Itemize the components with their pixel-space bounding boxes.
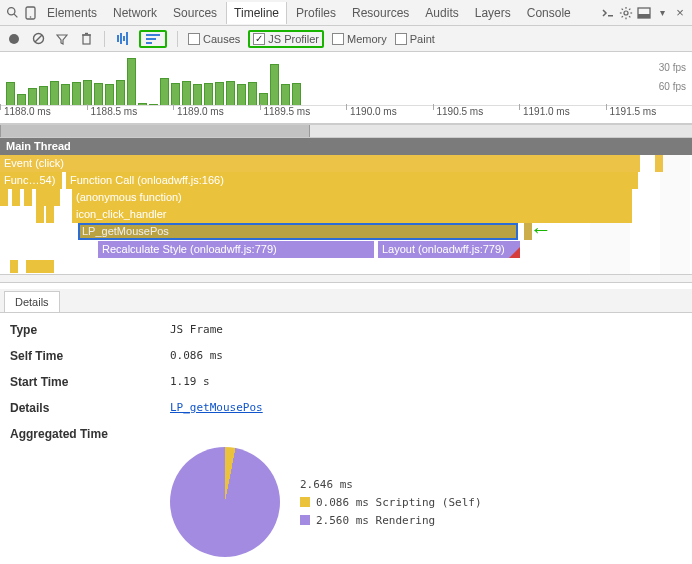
tab-console[interactable]: Console bbox=[520, 2, 578, 24]
flame-small[interactable] bbox=[36, 189, 60, 206]
drawer-icon[interactable] bbox=[600, 5, 616, 21]
flame-small[interactable] bbox=[36, 206, 44, 223]
svg-line-10 bbox=[622, 8, 623, 9]
svg-point-5 bbox=[624, 10, 628, 14]
trash-icon[interactable] bbox=[78, 31, 94, 47]
svg-rect-4 bbox=[608, 15, 613, 17]
legend-swatch-rendering bbox=[300, 515, 310, 525]
bars-view-icon[interactable] bbox=[115, 31, 131, 47]
tab-details[interactable]: Details bbox=[4, 291, 60, 312]
tab-sources[interactable]: Sources bbox=[166, 2, 224, 24]
legend-swatch-scripting bbox=[300, 497, 310, 507]
timeline-toolbar: Causes ✓JS Profiler Memory Paint bbox=[0, 26, 692, 52]
flame-chart[interactable]: Event (click) Func…54) Function Call (on… bbox=[0, 155, 692, 275]
flame-small[interactable] bbox=[12, 189, 20, 206]
flame-recalculate-style[interactable]: Recalculate Style (onloadwff.js:779) bbox=[98, 241, 374, 258]
js-profiler-checkbox[interactable]: ✓JS Profiler bbox=[248, 30, 324, 48]
svg-line-1 bbox=[14, 14, 17, 17]
label-start-time: Start Time bbox=[10, 375, 170, 389]
tab-audits[interactable]: Audits bbox=[418, 2, 465, 24]
flame-small[interactable] bbox=[24, 189, 32, 206]
filter-icon[interactable] bbox=[54, 31, 70, 47]
flame-event-click[interactable]: Event (click) bbox=[0, 155, 640, 172]
svg-rect-19 bbox=[83, 35, 90, 44]
close-icon[interactable]: × bbox=[672, 5, 688, 21]
label-self-time: Self Time bbox=[10, 349, 170, 363]
flame-layout[interactable]: Layout (onloadwff.js:779) bbox=[378, 241, 520, 258]
overview-bars bbox=[6, 52, 316, 106]
causes-label: Causes bbox=[203, 33, 240, 45]
memory-checkbox[interactable]: Memory bbox=[332, 33, 387, 45]
flame-anonymous[interactable]: (anonymous function) bbox=[72, 189, 632, 206]
label-type: Type bbox=[10, 323, 170, 337]
svg-point-0 bbox=[7, 8, 14, 15]
js-profiler-label: JS Profiler bbox=[268, 33, 319, 45]
label-aggregated-time: Aggregated Time bbox=[10, 427, 170, 441]
svg-line-12 bbox=[622, 16, 623, 17]
flame-func54[interactable]: Func…54) bbox=[0, 172, 62, 189]
range-selector[interactable] bbox=[0, 124, 692, 138]
tab-elements[interactable]: Elements bbox=[40, 2, 104, 24]
tab-network[interactable]: Network bbox=[106, 2, 164, 24]
warning-triangle-icon bbox=[509, 247, 520, 258]
tab-resources[interactable]: Resources bbox=[345, 2, 416, 24]
main-thread-header[interactable]: Main Thread bbox=[0, 138, 692, 155]
details-pane: Type JS Frame Self Time 0.086 ms Start T… bbox=[0, 313, 692, 561]
tab-timeline[interactable]: Timeline bbox=[226, 2, 287, 24]
svg-point-3 bbox=[29, 16, 31, 18]
legend-rendering: 2.560 ms Rendering bbox=[316, 514, 435, 527]
causes-checkbox[interactable]: Causes bbox=[188, 33, 240, 45]
tab-layers[interactable]: Layers bbox=[468, 2, 518, 24]
svg-line-11 bbox=[629, 16, 630, 17]
tab-profiles[interactable]: Profiles bbox=[289, 2, 343, 24]
details-tabbar: Details bbox=[0, 289, 692, 313]
svg-point-16 bbox=[9, 34, 19, 44]
time-ruler: 1188.0 ms 1188.5 ms 1189.0 ms 1189.5 ms … bbox=[0, 105, 692, 123]
flame-small[interactable] bbox=[10, 260, 18, 273]
overview-chart[interactable]: 30 fps 60 fps 1188.0 ms 1188.5 ms 1189.0… bbox=[0, 52, 692, 124]
annotation-arrow-icon: ← bbox=[530, 217, 552, 243]
dock-icon[interactable] bbox=[636, 5, 652, 21]
svg-rect-15 bbox=[638, 14, 650, 18]
range-handle[interactable] bbox=[0, 125, 310, 137]
value-self-time: 0.086 ms bbox=[170, 349, 223, 363]
flame-view-icon[interactable] bbox=[139, 30, 167, 48]
devtools-tabbar: Elements Network Sources Timeline Profil… bbox=[0, 0, 692, 26]
paint-checkbox[interactable]: Paint bbox=[395, 33, 435, 45]
flame-small[interactable] bbox=[46, 206, 54, 223]
chevron-down-icon[interactable]: ▾ bbox=[654, 5, 670, 21]
clear-icon[interactable] bbox=[30, 31, 46, 47]
pie-legend: 2.646 ms 0.086 ms Scripting (Self) 2.560… bbox=[300, 473, 482, 532]
value-type: JS Frame bbox=[170, 323, 223, 337]
flame-lp-getmousepos[interactable]: LP_getMousePos bbox=[78, 223, 518, 240]
flame-small[interactable] bbox=[26, 260, 54, 273]
gear-icon[interactable] bbox=[618, 5, 634, 21]
record-icon[interactable] bbox=[6, 31, 22, 47]
label-details: Details bbox=[10, 401, 170, 415]
svg-line-18 bbox=[35, 35, 42, 42]
search-icon[interactable] bbox=[4, 5, 20, 21]
device-icon[interactable] bbox=[22, 5, 38, 21]
value-details-link[interactable]: LP_getMousePos bbox=[170, 401, 263, 415]
flame-small[interactable] bbox=[0, 189, 8, 206]
fps-labels: 30 fps 60 fps bbox=[659, 62, 686, 100]
memory-label: Memory bbox=[347, 33, 387, 45]
flame-function-call[interactable]: Function Call (onloadwff.js:166) bbox=[66, 172, 638, 189]
paint-label: Paint bbox=[410, 33, 435, 45]
aggregated-time-pie bbox=[170, 447, 280, 557]
legend-scripting: 0.086 ms Scripting (Self) bbox=[316, 496, 482, 509]
svg-line-13 bbox=[629, 8, 630, 9]
value-start-time: 1.19 s bbox=[170, 375, 210, 389]
legend-total: 2.646 ms bbox=[300, 478, 353, 491]
flame-sliver[interactable] bbox=[655, 155, 663, 172]
